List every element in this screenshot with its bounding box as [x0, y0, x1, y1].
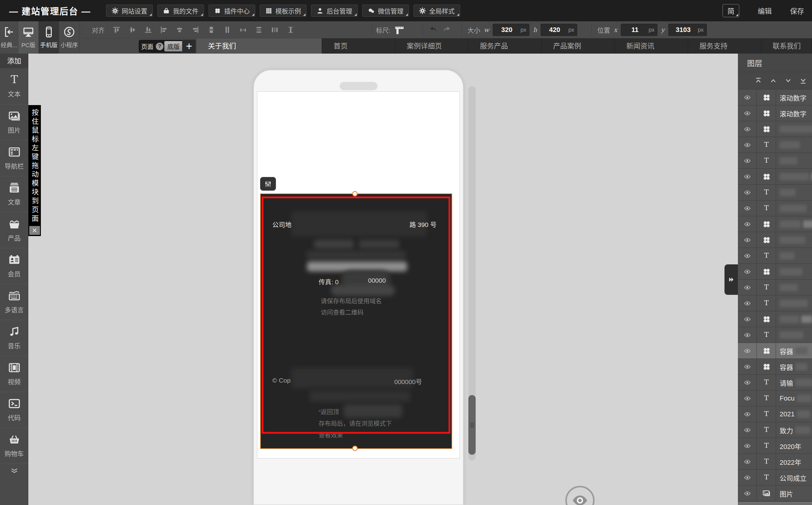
layer-name-cell[interactable]: 图片 [776, 486, 812, 501]
sidebar-item-多语言[interactable]: 多语言 [0, 284, 28, 320]
help-icon[interactable]: ? [156, 43, 163, 50]
layer-name-cell[interactable] [776, 232, 812, 247]
layer-visibility-toggle[interactable] [738, 311, 757, 327]
menu-button-网站设置[interactable]: 网站设置 [106, 5, 153, 17]
layer-visibility-toggle[interactable] [738, 169, 757, 184]
layer-visibility-toggle[interactable] [738, 264, 757, 279]
layer-visibility-toggle[interactable] [738, 406, 757, 422]
exit-classic-button[interactable]: 经典... [0, 21, 18, 54]
undo-icon[interactable] [428, 25, 439, 34]
layer-name-cell[interactable] [776, 280, 812, 295]
phone-screen[interactable]: 公司地 路 390 号 传真: 0 00000 请保存布局后使用域名 访问查看二… [257, 92, 460, 458]
layer-name-cell[interactable]: 公司成立 [776, 470, 812, 485]
layer-name-cell[interactable] [776, 327, 812, 343]
device-button-PC版[interactable]: PC版 [18, 21, 39, 54]
menu-button-后台管理[interactable]: 后台管理 [311, 5, 358, 17]
device-button-手机版[interactable]: 手机版 [39, 21, 59, 54]
layer-visibility-toggle[interactable] [738, 280, 757, 295]
layer-name-cell[interactable] [776, 169, 812, 184]
layer-visibility-toggle[interactable] [738, 470, 757, 485]
distribute-v-icon[interactable] [223, 26, 231, 34]
layer-row-3[interactable] [738, 121, 812, 137]
layer-row-20-Focu[interactable]: TFocu [738, 390, 812, 406]
sidebar-item-导航栏[interactable]: 导航栏 [0, 140, 28, 176]
sidebar-item-文章[interactable]: 文章 [0, 176, 28, 212]
layer-row-24-2022年[interactable]: T2022年 [738, 454, 812, 470]
layer-name-cell[interactable] [776, 200, 812, 216]
tab-服务支持[interactable]: 服务支持 [688, 38, 762, 54]
layer-row-10[interactable] [738, 232, 812, 248]
layer-visibility-toggle[interactable] [738, 248, 757, 264]
tab-服务产品[interactable]: 服务产品 [469, 38, 542, 54]
y-field[interactable]: 3103 px [668, 24, 707, 36]
layer-row-18-容器[interactable]: 容器 [738, 359, 812, 375]
layer-visibility-toggle[interactable] [738, 359, 757, 374]
layer-row-13[interactable]: T [738, 280, 812, 296]
canvas-scrollbar[interactable] [468, 86, 476, 461]
layer-visibility-toggle[interactable] [738, 343, 757, 358]
layer-name-cell[interactable] [776, 264, 812, 279]
layer-name-cell[interactable]: 2020年 [776, 438, 812, 454]
layer-name-cell[interactable]: Focu [776, 390, 812, 406]
sidebar-item-产品[interactable]: 产品 [0, 212, 28, 248]
layer-name-cell[interactable]: 2022年 [776, 454, 812, 469]
sidebar-item-图片[interactable]: 图片 [0, 104, 28, 140]
layer-row-23-2020年[interactable]: T2020年 [738, 438, 812, 454]
layer-row-22-致力[interactable]: T致力 [738, 422, 812, 438]
redo-icon[interactable] [441, 25, 452, 34]
sidebar-item-代码[interactable]: 代码 [0, 392, 28, 428]
menu-button-模板示例[interactable]: 模板示例 [260, 5, 307, 17]
sidebar-item-文本[interactable]: T文本 [0, 68, 28, 104]
layer-row-12[interactable] [738, 264, 812, 280]
space-v-icon[interactable] [255, 26, 263, 34]
tab-联系我们[interactable]: 联系我们 [762, 38, 812, 54]
sidebar-item-视频[interactable]: 视频 [0, 356, 28, 392]
toggle-base-option[interactable]: 底版 [164, 41, 183, 51]
move-down-icon[interactable] [784, 77, 792, 85]
scrollbar-thumb[interactable] [468, 395, 476, 455]
layer-name-cell[interactable] [776, 248, 812, 264]
layer-name-cell[interactable]: 2021 [776, 406, 812, 422]
layer-visibility-toggle[interactable] [738, 121, 757, 137]
module-settings-button[interactable] [260, 177, 276, 191]
layer-name-cell[interactable] [776, 153, 812, 168]
layer-row-9[interactable] [738, 216, 812, 232]
layer-name-cell[interactable]: 容器 [776, 359, 812, 374]
layer-name-cell[interactable] [776, 137, 812, 153]
layer-visibility-toggle[interactable] [738, 232, 757, 247]
device-button-小程序[interactable]: 小程序 [59, 21, 80, 54]
layer-name-cell[interactable]: 滚动数字 [776, 106, 812, 121]
layer-row-2-滚动数字[interactable]: 滚动数字 [738, 106, 812, 121]
menu-button-我的文件[interactable]: 我的文件 [157, 5, 204, 17]
layer-name-cell[interactable] [776, 185, 812, 200]
align-middle-icon[interactable] [128, 26, 136, 34]
layer-visibility-toggle[interactable] [738, 390, 757, 406]
menu-button-全局样式[interactable]: 全局样式 [414, 5, 460, 17]
layer-row-21-2021[interactable]: T2021 [738, 406, 812, 422]
menu-button-插件中心[interactable]: 插件中心 [209, 5, 255, 17]
equal-height-icon[interactable] [286, 26, 295, 34]
layer-visibility-toggle[interactable] [738, 375, 757, 390]
x-value[interactable]: 11 [621, 26, 649, 34]
layer-row-6[interactable] [738, 169, 812, 185]
toggle-page-option[interactable]: 页面 [140, 42, 155, 51]
layer-row-5[interactable]: T [738, 153, 812, 169]
layer-row-15[interactable] [738, 311, 812, 327]
sidebar-more-button[interactable] [0, 464, 28, 477]
layer-name-cell[interactable]: 请输 [776, 375, 812, 390]
layer-name-cell[interactable]: 致力 [776, 422, 812, 438]
layer-name-cell[interactable]: 容器 [776, 343, 812, 358]
align-right-icon[interactable] [191, 26, 200, 34]
add-page-button[interactable]: + [182, 39, 196, 53]
layer-visibility-toggle[interactable] [738, 422, 757, 438]
align-bottom-icon[interactable] [144, 26, 152, 34]
layer-visibility-toggle[interactable] [738, 296, 757, 311]
move-top-icon[interactable] [755, 77, 762, 85]
distribute-h-icon[interactable] [239, 26, 247, 34]
language-button[interactable]: 简 [722, 4, 739, 17]
menu-button-微信管理[interactable]: 微信管理 [362, 5, 409, 17]
layer-visibility-toggle[interactable] [738, 137, 757, 153]
layer-visibility-toggle[interactable] [738, 216, 757, 232]
align-left-icon[interactable] [159, 26, 168, 34]
layer-row-1-滚动数字[interactable]: 滚动数字 [738, 90, 812, 106]
